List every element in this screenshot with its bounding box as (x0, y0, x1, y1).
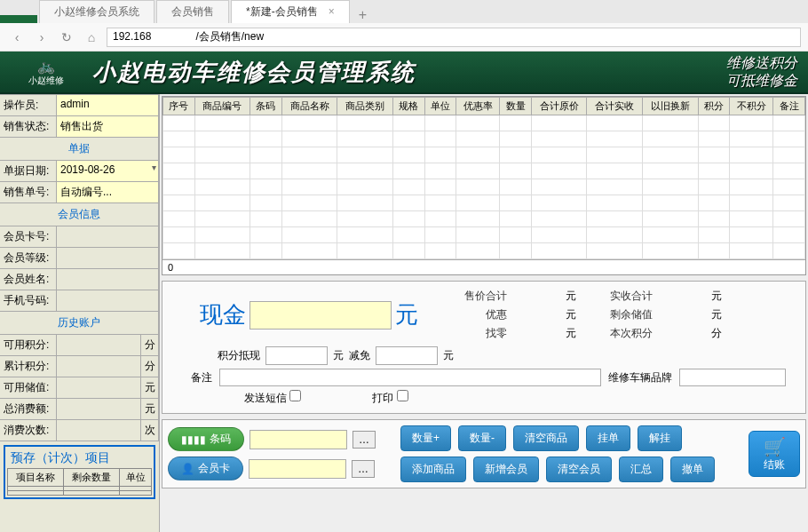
print-checkbox[interactable]: 打印 (372, 390, 408, 406)
vehicle-brand-input[interactable] (679, 369, 786, 386)
grid-col-header[interactable]: 商品类别 (337, 98, 393, 115)
total-spend-value (57, 399, 140, 419)
prestore-title: 预存（计次）项目 (7, 449, 152, 468)
table-row[interactable] (163, 163, 805, 179)
forward-button[interactable]: › (32, 30, 51, 44)
add-member-button[interactable]: 新增会员 (473, 457, 539, 482)
reload-button[interactable]: ↻ (57, 30, 76, 44)
hold-button[interactable]: 挂单 (586, 425, 630, 451)
chevron-down-icon[interactable]: ▾ (152, 163, 156, 172)
user-icon: 👤 (181, 463, 194, 475)
grid-col-header[interactable]: 数量 (500, 98, 532, 115)
phone-label: 手机号码: (0, 290, 57, 311)
grid-col-header[interactable]: 合计原价 (531, 98, 587, 115)
remark-input[interactable] (219, 369, 601, 386)
grid-col-header[interactable]: 条码 (250, 98, 282, 115)
table-row[interactable] (163, 131, 805, 147)
barcode-button[interactable]: ▮▮▮▮条码 (168, 427, 244, 451)
add-goods-button[interactable]: 添加商品 (400, 457, 466, 482)
operator-value[interactable]: admin (57, 95, 158, 115)
qty-plus-button[interactable]: 数量+ (400, 425, 451, 451)
grid-col-header[interactable]: 优惠率 (456, 98, 500, 115)
unhold-button[interactable]: 解挂 (638, 425, 682, 451)
summary-button[interactable]: 汇总 (619, 457, 663, 482)
total-spend-label: 总消费额: (0, 399, 57, 419)
url-input[interactable] (107, 28, 801, 47)
grid-col-header[interactable]: 规格 (392, 98, 424, 115)
avail-pts-value (57, 335, 140, 355)
new-tab-button[interactable]: + (352, 7, 374, 23)
bicycle-icon: 🚲 (37, 58, 55, 75)
member-name-label: 会员姓名: (0, 269, 57, 290)
checkout-button[interactable]: 🛒 结账 (749, 431, 800, 477)
acc-pts-label: 累计积分: (0, 356, 57, 377)
table-row[interactable] (163, 195, 805, 211)
grid-col-header[interactable]: 积分 (698, 98, 730, 115)
clear-goods-button[interactable]: 清空商品 (513, 425, 579, 451)
table-row[interactable] (163, 243, 805, 259)
table-row[interactable] (163, 179, 805, 195)
section-member: 会员信息 (0, 203, 159, 226)
grid-col-header[interactable]: 商品编号 (194, 98, 250, 115)
home-button[interactable]: ⌂ (82, 30, 101, 44)
cash-unit: 元 (395, 299, 418, 330)
spend-count-value (57, 420, 140, 441)
phone-value[interactable] (57, 290, 158, 311)
grid-col-header[interactable]: 不积分 (730, 98, 773, 115)
grid-col-header[interactable]: 以旧换新 (643, 98, 699, 115)
sale-state-label: 销售状态: (0, 116, 57, 137)
table-row[interactable] (163, 211, 805, 227)
table-row[interactable] (163, 227, 805, 243)
app-subtitle: 维修送积分 可抵维修金 (726, 54, 797, 90)
app-title: 小赵电动车维修会员管理系统 (92, 57, 726, 88)
bill-date-value[interactable]: 2019-08-26▾ (57, 161, 158, 181)
tab-app[interactable] (0, 15, 37, 23)
avail-pts-label: 可用积分: (0, 335, 57, 355)
member-card-button[interactable]: 👤会员卡 (168, 457, 243, 480)
bill-date-label: 单据日期: (0, 161, 57, 181)
table-row[interactable] (163, 147, 805, 163)
qty-minus-button[interactable]: 数量- (458, 425, 506, 451)
section-bill: 单据 (0, 138, 159, 161)
grid-col-header[interactable]: 序号 (163, 98, 195, 115)
sms-checkbox[interactable]: 发送短信 (244, 390, 301, 406)
grid-col-header[interactable]: 备注 (773, 98, 805, 115)
clear-member-button[interactable]: 清空会员 (546, 457, 612, 482)
bill-no-value[interactable]: 自动编号... (57, 182, 158, 202)
app-header: 🚲 小赵维修 小赵电动车维修会员管理系统 维修送积分 可抵维修金 (0, 52, 808, 94)
tab-sales[interactable]: 会员销售 (156, 0, 229, 23)
operator-label: 操作员: (0, 95, 57, 115)
prestore-panel: 预存（计次）项目 项目名称剩余数量单位 (4, 445, 155, 499)
barcode-input[interactable] (250, 430, 347, 449)
spend-count-label: 消费次数: (0, 420, 57, 441)
minus-input[interactable] (376, 346, 438, 365)
payment-panel: 现金 元 售价合计元 实收合计元 优惠元 剩余储值元 找零元 本次积分分 积分抵… (162, 281, 806, 414)
logo-text: 小赵维修 (28, 75, 64, 87)
sale-state-value[interactable]: 销售出货 (57, 116, 158, 137)
table-row[interactable] (8, 491, 152, 496)
card-no-value[interactable] (57, 226, 158, 247)
level-label: 会员等级: (0, 248, 57, 268)
revoke-button[interactable]: 撤单 (670, 457, 715, 482)
avail-store-label: 可用储值: (0, 377, 57, 398)
member-card-input[interactable] (249, 459, 346, 479)
tab-new-sale[interactable]: *新建-会员销售× (231, 0, 350, 23)
pts-deduct-input[interactable] (265, 346, 328, 365)
level-value[interactable] (57, 248, 158, 268)
table-row[interactable] (163, 115, 805, 131)
cash-input[interactable] (250, 301, 392, 330)
grid-col-header[interactable]: 单位 (424, 98, 456, 115)
close-icon[interactable]: × (329, 5, 335, 18)
browser-tabs: 小赵维修会员系统 会员销售 *新建-会员销售× + (0, 0, 808, 23)
barcode-browse-button[interactable]: … (353, 431, 376, 449)
button-bar: ▮▮▮▮条码 … 👤会员卡 … 数量+ 数量- 清空商品 挂单 解挂 (162, 419, 806, 488)
grid-col-header[interactable]: 合计实收 (587, 98, 643, 115)
member-name-value[interactable] (57, 269, 158, 290)
tab-system[interactable]: 小赵维修会员系统 (39, 0, 154, 23)
section-history: 历史账户 (0, 312, 159, 335)
back-button[interactable]: ‹ (7, 30, 27, 44)
grid-col-header[interactable]: 商品名称 (281, 98, 337, 115)
member-browse-button[interactable]: … (352, 460, 375, 478)
prestore-table: 项目名称剩余数量单位 (7, 468, 152, 496)
url-bar: ‹ › ↻ ⌂ (0, 23, 808, 52)
